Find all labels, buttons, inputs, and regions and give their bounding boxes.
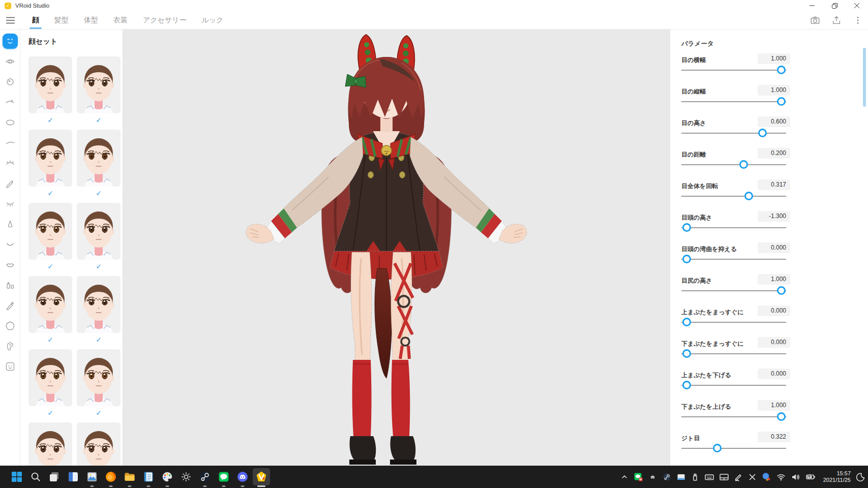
hamburger-menu-icon[interactable] (0, 17, 20, 24)
param-value[interactable]: 0.000 (758, 369, 790, 379)
param-slider-thumb[interactable] (713, 444, 722, 452)
tool-upper-eyelash[interactable] (0, 153, 20, 173)
tool-eyeliner[interactable] (0, 173, 20, 194)
tab-0[interactable]: 顔 (24, 11, 47, 29)
param-slider-track[interactable] (681, 322, 786, 323)
param-slider-track[interactable] (681, 448, 786, 449)
param-slider-thumb[interactable] (777, 97, 786, 106)
taskbar-search-icon[interactable] (26, 466, 45, 488)
camera-icon[interactable] (810, 15, 820, 25)
taskbar-steam-icon[interactable] (195, 466, 214, 488)
param-slider-track[interactable] (681, 259, 786, 260)
face-preset-thumbnail-3[interactable] (77, 130, 121, 187)
param-value[interactable]: 0.322 (758, 432, 790, 442)
taskbar-photos-icon[interactable] (82, 466, 101, 488)
tool-eyebrow[interactable] (0, 133, 20, 153)
param-slider-thumb[interactable] (744, 192, 753, 200)
param-slider-thumb[interactable] (682, 223, 691, 232)
maximize-button[interactable] (823, 0, 846, 11)
tool-nose[interactable] (0, 214, 20, 234)
param-slider-thumb[interactable] (739, 160, 748, 169)
tray-discord-tray-icon[interactable] (648, 473, 657, 481)
face-preset-thumbnail-10[interactable] (28, 422, 72, 466)
tool-eye-highlight[interactable] (0, 92, 20, 112)
face-preset-thumbnail-5[interactable] (77, 203, 121, 260)
tray-ime-window-icon[interactable] (677, 473, 685, 481)
tray-line-tray-icon[interactable]: N (634, 473, 643, 481)
param-slider-track[interactable] (681, 133, 786, 134)
param-value[interactable]: -1.300 (758, 211, 790, 222)
tray-touchpad-icon[interactable] (720, 473, 729, 481)
param-value[interactable]: 0.600 (758, 116, 790, 127)
taskbar-notepad-icon[interactable] (139, 466, 158, 488)
tool-eye-white[interactable] (0, 112, 20, 133)
face-preset-thumbnail-8[interactable] (28, 349, 72, 406)
taskbar-discord-icon[interactable] (233, 466, 252, 488)
tool-iris[interactable] (0, 72, 20, 92)
close-button[interactable] (846, 0, 868, 11)
param-slider-track[interactable] (681, 290, 786, 291)
param-value[interactable]: 1.000 (758, 274, 790, 285)
tray-chevron-up-icon[interactable] (620, 473, 628, 481)
tool-mouth[interactable] (0, 234, 20, 255)
param-slider-track[interactable] (681, 70, 786, 71)
param-slider-thumb[interactable] (682, 349, 691, 358)
param-value[interactable]: 0.000 (758, 242, 790, 253)
param-value[interactable]: 0.000 (758, 306, 790, 316)
taskbar-clock[interactable]: 15:572021/11/25 (821, 470, 851, 483)
face-preset-thumbnail-0[interactable] (28, 56, 72, 113)
tray-google-assistant-icon[interactable] (762, 472, 771, 481)
tool-eye[interactable] (0, 51, 20, 72)
tray-wifi-icon[interactable] (776, 473, 786, 481)
param-slider-thumb[interactable] (682, 255, 691, 263)
tool-face-texture[interactable] (0, 356, 20, 377)
minimize-button[interactable] (801, 0, 823, 11)
face-preset-thumbnail-2[interactable] (28, 130, 72, 187)
tab-5[interactable]: ルック (194, 11, 231, 29)
taskbar-widgets-icon[interactable] (64, 466, 82, 488)
param-slider-track[interactable] (681, 227, 786, 228)
tool-lip[interactable] (0, 255, 20, 275)
param-slider-track[interactable] (681, 101, 786, 102)
tab-1[interactable]: 髪型 (47, 11, 76, 29)
tab-4[interactable]: アクセサリー (135, 11, 194, 29)
taskbar-line-icon[interactable] (214, 466, 233, 488)
panel-scrollbar[interactable] (863, 48, 866, 107)
taskbar-task-view-icon[interactable] (45, 466, 64, 488)
face-preset-thumbnail-11[interactable] (77, 422, 121, 466)
param-value[interactable]: 0.200 (758, 148, 790, 159)
param-slider-track[interactable] (681, 164, 786, 165)
tool-cheek[interactable] (0, 275, 20, 295)
export-icon[interactable] (831, 15, 842, 25)
tray-usb-icon[interactable] (691, 473, 699, 481)
param-slider-track[interactable] (681, 196, 786, 197)
param-slider-thumb[interactable] (682, 381, 691, 389)
more-icon[interactable] (853, 15, 863, 25)
tab-2[interactable]: 体型 (76, 11, 106, 29)
tool-lower-eyelash[interactable] (0, 194, 20, 214)
tray-battery-icon[interactable] (806, 473, 816, 480)
param-slider-track[interactable] (681, 353, 786, 354)
tray-pen-icon[interactable] (734, 473, 743, 481)
face-preset-thumbnail-4[interactable] (28, 203, 72, 260)
tray-steam-tray-icon[interactable] (663, 473, 671, 481)
param-slider-thumb[interactable] (777, 286, 786, 295)
param-slider-thumb[interactable] (777, 66, 786, 74)
tool-face-outline[interactable] (0, 316, 20, 336)
face-preset-thumbnail-7[interactable] (77, 276, 121, 333)
tab-3[interactable]: 衣装 (106, 11, 135, 29)
tool-face-set[interactable] (0, 31, 20, 51)
taskbar-vroid-studio-icon[interactable] (252, 466, 271, 488)
tray-close-x-icon[interactable] (749, 473, 756, 481)
param-value[interactable]: 0.000 (758, 337, 790, 348)
taskbar-firefox-icon[interactable] (101, 466, 120, 488)
focus-assist-moon-icon[interactable] (856, 473, 865, 481)
param-value[interactable]: 1.000 (758, 85, 790, 96)
tool-ear[interactable] (0, 336, 20, 356)
taskbar-settings-icon[interactable] (176, 466, 195, 488)
param-slider-thumb[interactable] (682, 318, 691, 326)
param-slider-track[interactable] (681, 416, 786, 417)
face-preset-thumbnail-6[interactable] (28, 276, 72, 333)
tray-volume-icon[interactable] (791, 473, 800, 481)
param-slider-thumb[interactable] (758, 129, 767, 137)
